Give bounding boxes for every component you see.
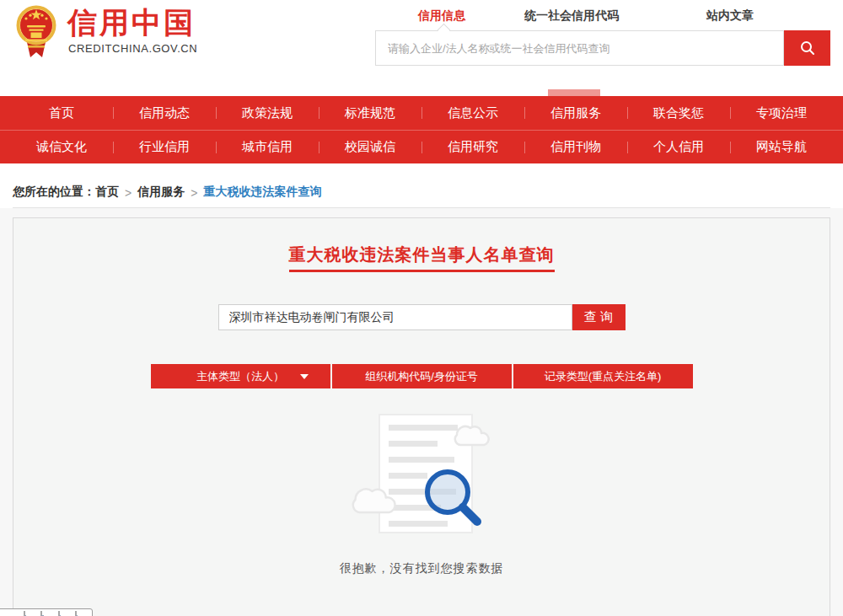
site-header: 信用中国 CREDITCHINA.GOV.CN 信用信息 统一社会信用代码 站内…: [0, 0, 843, 96]
main-nav: 首页 信用动态 政策法规 标准规范 信息公示 信用服务 联合奖惩 专项治理 诚信…: [0, 96, 843, 163]
breadcrumb-home[interactable]: 首页: [95, 185, 119, 200]
filter-subject-type-label: 主体类型（法人）: [196, 369, 284, 384]
nav-item-policies[interactable]: 政策法规: [216, 96, 319, 130]
breadcrumb-current[interactable]: 重大税收违法案件查询: [203, 185, 321, 200]
header-search-button[interactable]: [784, 30, 830, 66]
breadcrumb-separator: >: [125, 186, 132, 200]
nav-item-home[interactable]: 首页: [10, 96, 113, 130]
nav-row-2: 诚信文化 行业信用 城市信用 校园诚信 信用研究 信用刊物 个人信用 网站导航: [0, 130, 843, 163]
cutoff-glyph: [24, 611, 26, 616]
page-title: 重大税收违法案件当事人名单查询: [289, 244, 555, 272]
breadcrumb-prefix: 您所在的位置：: [13, 185, 95, 200]
site-domain: CREDITCHINA.GOV.CN: [68, 42, 197, 55]
cutoff-widget[interactable]: [0, 608, 93, 616]
nav-item-credit-publications[interactable]: 信用刊物: [524, 131, 627, 163]
company-query-input[interactable]: [218, 304, 572, 330]
filter-record-type-label: 记录类型(重点关注名单): [545, 369, 662, 384]
content-panel: 重大税收违法案件当事人名单查询 查 询 主体类型（法人） 组织机构代码/身份证号…: [13, 217, 830, 616]
nav-item-credit-news[interactable]: 信用动态: [113, 96, 216, 130]
search-icon: [799, 40, 816, 56]
empty-message: 很抱歉，没有找到您搜索数据: [13, 561, 830, 576]
filter-org-code[interactable]: 组织机构代码/身份证号: [332, 364, 512, 388]
query-button[interactable]: 查 询: [572, 304, 626, 330]
national-emblem-icon: [14, 3, 58, 61]
logo[interactable]: 信用中国 CREDITCHINA.GOV.CN: [0, 0, 236, 84]
nav-row-1: 首页 信用动态 政策法规 标准规范 信息公示 信用服务 联合奖惩 专项治理: [0, 96, 843, 130]
nav-item-campus-integrity[interactable]: 校园诚信: [319, 131, 422, 163]
empty-state-illustration: [333, 408, 510, 543]
filter-subject-type[interactable]: 主体类型（法人）: [151, 364, 330, 388]
query-row: 查 询: [13, 304, 830, 330]
nav-item-industry-credit[interactable]: 行业信用: [113, 131, 216, 163]
active-nav-indicator: [548, 89, 600, 96]
caret-down-icon: [300, 374, 309, 379]
header-search: [375, 30, 830, 66]
nav-item-standards[interactable]: 标准规范: [319, 96, 422, 130]
filter-org-code-label: 组织机构代码/身份证号: [365, 369, 478, 384]
site-title: 信用中国: [67, 7, 196, 40]
nav-item-credit-services[interactable]: 信用服务: [524, 96, 627, 130]
breadcrumb-credit-services[interactable]: 信用服务: [137, 185, 185, 200]
cutoff-glyph: [40, 611, 43, 616]
tab-unified-social-credit-code[interactable]: 统一社会信用代码: [524, 8, 619, 24]
tab-site-articles[interactable]: 站内文章: [706, 8, 754, 24]
cutoff-glyph: [75, 611, 78, 616]
breadcrumb-bar: 您所在的位置： 首页 > 信用服务 > 重大税收违法案件查询: [0, 163, 843, 208]
breadcrumb: 您所在的位置： 首页 > 信用服务 > 重大税收违法案件查询: [13, 163, 830, 208]
nav-item-personal-credit[interactable]: 个人信用: [627, 131, 730, 163]
nav-item-special-governance[interactable]: 专项治理: [730, 96, 833, 130]
header-search-input[interactable]: [375, 30, 784, 66]
nav-item-integrity-culture[interactable]: 诚信文化: [10, 131, 113, 163]
cutoff-glyph: [58, 611, 61, 616]
tab-credit-info[interactable]: 信用信息: [418, 8, 465, 24]
nav-item-city-credit[interactable]: 城市信用: [216, 131, 319, 163]
nav-item-joint-rewards-punishments[interactable]: 联合奖惩: [627, 96, 730, 130]
filter-record-type[interactable]: 记录类型(重点关注名单): [513, 364, 693, 388]
breadcrumb-separator: >: [191, 186, 197, 200]
filter-row: 主体类型（法人） 组织机构代码/身份证号 记录类型(重点关注名单): [13, 364, 830, 388]
nav-item-site-map[interactable]: 网站导航: [730, 131, 833, 163]
nav-item-credit-research[interactable]: 信用研究: [422, 131, 524, 163]
nav-item-info-disclosure[interactable]: 信息公示: [422, 96, 524, 130]
